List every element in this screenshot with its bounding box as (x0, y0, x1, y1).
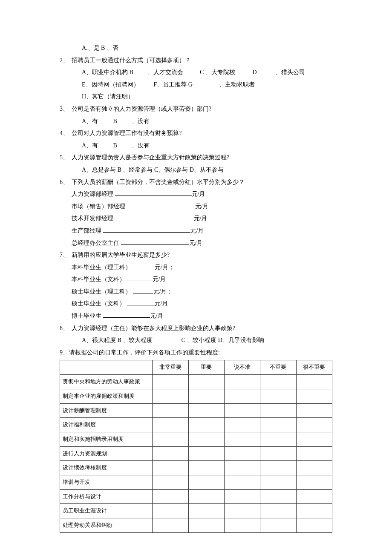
table-cell[interactable] (296, 518, 332, 533)
q7-r5-label: 博士毕业生 (72, 313, 103, 319)
q4-opts: A、有 B 、没有 (60, 140, 332, 152)
table-cell[interactable] (296, 403, 332, 418)
table-cell[interactable] (260, 446, 296, 461)
row-label: 设计薪酬管理制度 (60, 403, 153, 418)
table-cell[interactable] (260, 504, 296, 518)
table-cell[interactable] (260, 418, 296, 432)
table-cell[interactable] (224, 461, 260, 475)
table-cell[interactable] (153, 403, 188, 418)
q7-r3-label: 硕士毕业生（理工科） (72, 288, 133, 295)
table-cell[interactable] (296, 489, 332, 504)
table-cell[interactable] (153, 375, 188, 389)
q2-opt-b-txt: 、人才交流会 (147, 67, 199, 78)
blank-field[interactable] (127, 305, 155, 305)
table-cell[interactable] (224, 446, 260, 461)
q7-r5-unit: 元/月 (150, 313, 164, 319)
table-cell[interactable] (296, 446, 332, 461)
q7-r3: 硕士毕业生（理工科） 元/月； (60, 286, 332, 298)
blank-field[interactable] (127, 281, 153, 281)
q3-text: 公司是否有独立的人力资源管理（或人事劳资）部门? (72, 104, 211, 115)
table-cell[interactable] (260, 432, 296, 446)
table-header-row: 非常重要 重要 说不准 不重要 很不重要 (60, 360, 332, 375)
table-cell[interactable] (153, 461, 188, 475)
q2-opt-a-b: A、职业中介机构 B (82, 67, 146, 78)
q6: 6、 下列人员的薪酬（工资部分，不含奖金或分红）水平分别为多少？ (60, 177, 332, 188)
row-label: 制定本企业的雇佣政策和制度 (60, 389, 153, 403)
table-cell[interactable] (260, 489, 296, 504)
table-cell[interactable] (153, 418, 188, 432)
table-cell[interactable] (296, 475, 332, 489)
table-cell[interactable] (153, 489, 188, 504)
table-cell[interactable] (224, 418, 260, 432)
th-blank (60, 360, 153, 375)
table-cell[interactable] (188, 518, 224, 533)
table-cell[interactable] (153, 389, 188, 403)
table-cell[interactable] (188, 489, 224, 504)
table-cell[interactable] (296, 389, 332, 403)
q2-text: 招聘员工一般通过什么方式（可选择多项）？ (72, 55, 191, 66)
table-row: 贯彻中央和地方的劳动人事政策 (60, 375, 332, 389)
q6-r1-unit: 元/月 (192, 191, 205, 197)
row-label: 设计绩效考核制度 (60, 461, 153, 475)
table-cell[interactable] (224, 518, 260, 533)
table-cell[interactable] (153, 432, 188, 446)
table-cell[interactable] (224, 432, 260, 446)
blank-field[interactable] (115, 196, 192, 196)
table-cell[interactable] (224, 403, 260, 418)
table-cell[interactable] (224, 389, 260, 403)
table-cell[interactable] (188, 432, 224, 446)
q7-r2-unit: 元/月 (153, 276, 166, 282)
th-h3: 不重要 (260, 360, 296, 375)
q7-r1-unit: 元/月； (155, 264, 174, 270)
q7-r4: 硕士毕业生（文科） 元/月 (60, 298, 332, 310)
q8-opts: A、很大程度 B 、较大程度 C 、较小程度 D、几乎没有影响 (60, 335, 332, 346)
q3-num: 3、 (60, 104, 72, 115)
q5-num: 5、 (60, 152, 72, 164)
table-cell[interactable] (260, 475, 296, 489)
table-cell[interactable] (296, 432, 332, 446)
table-cell[interactable] (224, 504, 260, 518)
table-cell[interactable] (188, 461, 224, 475)
table-cell[interactable] (188, 389, 224, 403)
q7-r2-label: 本科毕业生（文科） (72, 276, 127, 282)
table-cell[interactable] (153, 475, 188, 489)
q7-text: 新聘用的应届大学毕业生起薪是多少? (72, 250, 170, 261)
table-cell[interactable] (188, 475, 224, 489)
row-label: 员工职业生涯设计 (60, 504, 153, 518)
q1-options: A.、是 B 、否 (60, 43, 332, 54)
table-cell[interactable] (296, 418, 332, 432)
table-cell[interactable] (224, 375, 260, 389)
table-row: 处理劳动关系和纠纷 (60, 518, 332, 533)
q9-text: 请根据公司的日常工作，评价下列各项工作的重要性程度: (69, 347, 220, 359)
table-cell[interactable] (188, 403, 224, 418)
table-cell[interactable] (224, 475, 260, 489)
q7-r1: 本科毕业生（理工科）元/月； (60, 262, 332, 273)
q3-opts: A、有 B 、没有 (60, 116, 332, 127)
table-cell[interactable] (296, 375, 332, 389)
table-cell[interactable] (260, 389, 296, 403)
table-cell[interactable] (188, 446, 224, 461)
table-cell[interactable] (153, 446, 188, 461)
blank-field[interactable] (103, 232, 190, 233)
table-cell[interactable] (260, 375, 296, 389)
table-cell[interactable] (224, 489, 260, 504)
table-cell[interactable] (188, 504, 224, 518)
blank-field[interactable] (127, 208, 195, 208)
table-cell[interactable] (260, 403, 296, 418)
table-cell[interactable] (260, 461, 296, 475)
q2-opt-g-txt: 、主动求职者 (219, 79, 255, 91)
blank-field[interactable] (131, 269, 155, 269)
blank-field[interactable] (115, 220, 194, 220)
blank-field[interactable] (133, 293, 153, 293)
blank-field[interactable] (121, 244, 189, 245)
table-row: 设计福利制度 (60, 418, 332, 432)
table-cell[interactable] (296, 461, 332, 475)
table-cell[interactable] (296, 504, 332, 518)
table-cell[interactable] (153, 504, 188, 518)
table-cell[interactable] (188, 375, 224, 389)
table-row: 培训与开发 (60, 475, 332, 489)
table-cell[interactable] (188, 418, 224, 432)
table-cell[interactable] (260, 518, 296, 533)
table-cell[interactable] (153, 518, 188, 533)
blank-field[interactable] (103, 317, 150, 318)
